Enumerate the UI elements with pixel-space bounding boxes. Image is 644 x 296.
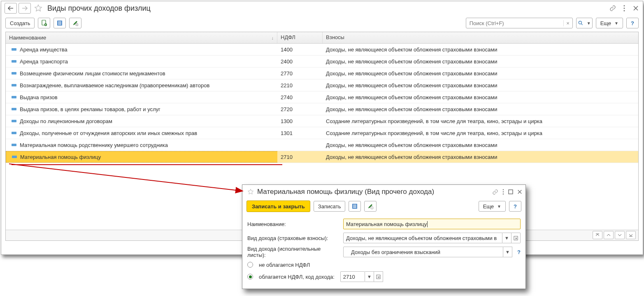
item-icon [12, 156, 17, 158]
item-icon [12, 132, 16, 134]
table-row[interactable]: Материальная помощь родственнику умершег… [6, 139, 638, 151]
link-icon[interactable] [609, 5, 616, 12]
row-vz: Доходы, не являющиеся объектом обложения… [323, 58, 638, 65]
chevron-down-icon: ▼ [614, 21, 618, 26]
vz-select[interactable]: Доходы, не являющиеся объектом обложения… [343, 233, 502, 243]
svg-point-9 [503, 191, 504, 193]
help-button[interactable]: ? [509, 201, 521, 212]
row-vz: Создание литературных произведений, в то… [323, 130, 638, 136]
radio-no-ndfl[interactable] [247, 262, 253, 268]
name-input[interactable]: Материальная помощь физлицу [343, 219, 521, 229]
table-row[interactable]: Материальная помощь физлицу2710Доходы, н… [6, 151, 638, 163]
table-row[interactable]: Аренда транспорта2400Доходы, не являющие… [6, 56, 638, 68]
column-header-ndfl[interactable]: НДФЛ [277, 32, 323, 43]
scroll-bottom-button[interactable] [626, 231, 636, 239]
list-button[interactable] [53, 18, 66, 28]
row-ndfl: 2720 [277, 106, 323, 112]
item-icon [12, 108, 16, 110]
search-dropdown-button[interactable]: ▼ [576, 18, 593, 28]
table-row[interactable]: Вознаграждение, выплачиваемое наследника… [6, 79, 638, 91]
row-vz: Доходы, не являющиеся объектом обложения… [323, 106, 638, 112]
table-row[interactable]: Возмещение физическим лицам стоимости ме… [6, 68, 638, 79]
edit-button[interactable] [69, 18, 81, 28]
row-vz: Создание литературных произведений, в то… [323, 118, 638, 124]
row-vz: Доходы, не являющиеся объектом обложения… [323, 94, 638, 100]
field-help-icon[interactable]: ? [517, 249, 521, 255]
radio-yes-ndfl[interactable] [247, 274, 253, 280]
list-button[interactable] [349, 201, 361, 212]
item-icon [12, 96, 16, 98]
row-name: Выдача призов, в целях рекламы товаров, … [20, 106, 160, 112]
scroll-top-button[interactable] [593, 231, 602, 239]
row-name: Материальная помощь родственнику умершег… [20, 142, 168, 148]
item-icon [12, 48, 16, 51]
svg-point-13 [371, 207, 373, 209]
row-name: Доходы, полученные от отчуждения авторск… [20, 130, 197, 136]
dialog-toolbar: Записать и закрыть Записать Еще▼ ? [242, 199, 525, 215]
row-name: Возмещение физическим лицам стоимости ме… [20, 70, 165, 77]
annotation-underline [12, 164, 282, 165]
scroll-down-button[interactable] [615, 231, 625, 239]
svg-point-8 [503, 189, 504, 190]
page-title: Виды прочих доходов физлиц [47, 4, 151, 13]
il-field-label: Вид дохода (исполнительные листы): [247, 246, 340, 258]
row-vz: Доходы, не являющиеся объектом обложения… [323, 154, 638, 160]
create-button[interactable]: Создать [5, 18, 35, 28]
ndfl-code-value: 2710 [343, 274, 355, 280]
table-row[interactable]: Выдача призов2740Доходы, не являющиеся о… [6, 91, 638, 103]
copy-button[interactable] [38, 18, 50, 28]
more-label: Еще [600, 20, 611, 26]
create-label: Создать [10, 20, 30, 26]
table-row[interactable]: Доходы по лицензионным договорам1300Созд… [6, 115, 638, 127]
save-and-close-button[interactable]: Записать и закрыть [246, 200, 310, 212]
row-ndfl: 2210 [277, 82, 323, 89]
il-select[interactable]: Доходы без ограничения взысканий [343, 247, 503, 257]
scroll-up-button[interactable] [604, 231, 614, 239]
column-header-vz[interactable]: Взносы [323, 32, 638, 43]
edit-button[interactable] [364, 201, 377, 212]
kebab-menu-icon[interactable] [621, 5, 628, 12]
row-name: Аренда имущества [20, 47, 67, 53]
column-header-name[interactable]: Наименование ↓ [6, 32, 277, 43]
dropdown-button[interactable]: ▼ [502, 233, 511, 243]
row-name: Вознаграждение, выплачиваемое наследника… [20, 82, 209, 89]
more-button[interactable]: Еще▼ [479, 201, 506, 212]
row-ndfl: 1400 [277, 47, 323, 53]
more-button[interactable]: Еще▼ [596, 18, 623, 28]
search-field[interactable]: × [466, 18, 573, 28]
column-vz-label: Взносы [326, 34, 344, 40]
close-icon[interactable] [517, 189, 522, 194]
back-button[interactable] [5, 3, 17, 14]
favorite-star-icon[interactable] [247, 189, 254, 195]
dropdown-button[interactable]: ▼ [503, 247, 512, 257]
svg-point-7 [579, 21, 581, 24]
open-button[interactable] [374, 271, 383, 282]
table-row[interactable]: Доходы, полученные от отчуждения авторск… [6, 127, 638, 139]
maximize-icon[interactable] [508, 189, 513, 194]
svg-point-0 [623, 5, 625, 6]
dialog-body: Наименование: Материальная помощь физлиц… [242, 215, 525, 289]
ndfl-code-input[interactable]: 2710 [340, 271, 365, 282]
clear-search-icon[interactable]: × [563, 20, 572, 26]
row-ndfl: 1300 [277, 118, 323, 124]
dropdown-button[interactable]: ▼ [365, 271, 374, 282]
forward-button[interactable] [19, 3, 31, 14]
row-vz: Доходы, не являющиеся объектом обложения… [323, 142, 638, 148]
open-button[interactable] [511, 233, 521, 243]
chevron-down-icon: ▼ [587, 21, 591, 26]
table-row[interactable]: Аренда имущества1400Доходы, не являющиес… [6, 44, 638, 56]
svg-point-10 [503, 193, 504, 195]
name-value: Материальная помощь физлицу [346, 221, 427, 227]
row-vz: Доходы, не являющиеся объектом обложения… [323, 70, 638, 77]
table-row[interactable]: Выдача призов, в целях рекламы товаров, … [6, 103, 638, 115]
help-button[interactable]: ? [626, 18, 639, 28]
save-button[interactable]: Записать [314, 201, 346, 212]
vz-field-label: Вид дохода (страховые взносы): [247, 235, 340, 241]
row-vz: Доходы, не являющиеся объектом обложения… [323, 82, 638, 89]
close-icon[interactable] [632, 5, 639, 12]
link-icon[interactable] [492, 189, 498, 195]
search-input[interactable] [466, 20, 563, 26]
row-ndfl: 2400 [277, 58, 323, 65]
favorite-star-icon[interactable] [34, 4, 42, 12]
kebab-menu-icon[interactable] [502, 189, 504, 195]
